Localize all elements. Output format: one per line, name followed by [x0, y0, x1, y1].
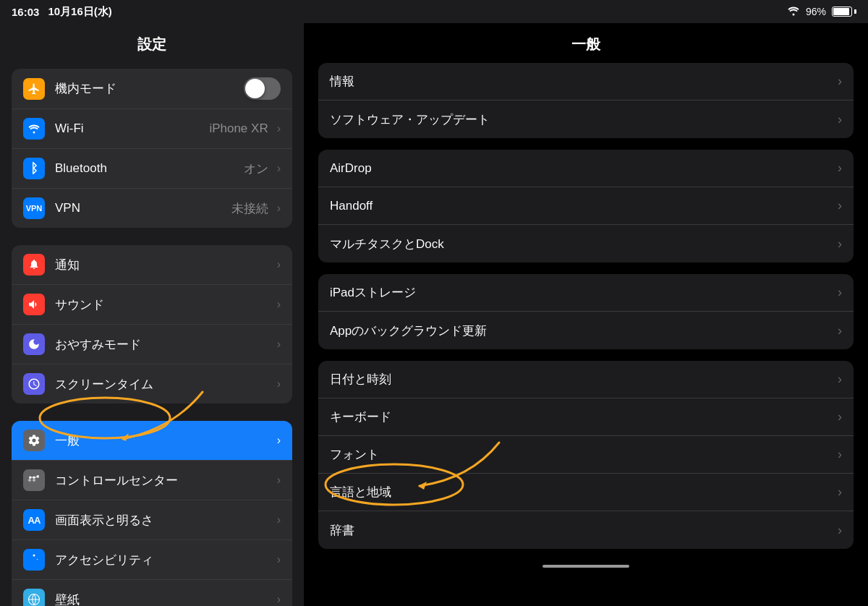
info-chevron: › — [838, 74, 842, 89]
vpn-value: 未接続 — [231, 200, 268, 217]
notification-icon — [23, 254, 45, 276]
sidebar-item-notification[interactable]: 通知 › — [12, 245, 292, 285]
controlcenter-icon — [23, 469, 45, 491]
sidebar-item-general[interactable]: 一般 › — [12, 421, 292, 461]
settings-item-dictionary[interactable]: 辞書 › — [318, 511, 854, 549]
display-label: 画面表示と明るさ — [55, 512, 274, 529]
screentime-label: スクリーンタイム — [55, 376, 274, 393]
settings-item-airdrop[interactable]: AirDrop › — [318, 150, 854, 187]
sidebar-item-sound[interactable]: サウンド › — [12, 285, 292, 325]
sidebar-item-screentime[interactable]: スクリーンタイム › — [12, 364, 292, 404]
sidebar-item-controlcenter[interactable]: コントロールセンター › — [12, 461, 292, 500]
screentime-chevron: › — [277, 377, 281, 391]
svg-rect-2 — [29, 477, 31, 479]
date: 10月16日(水) — [48, 5, 111, 19]
airplane-label: 機内モード — [55, 80, 244, 97]
sidebar-item-donotdisturb[interactable]: おやすみモード › — [12, 325, 292, 364]
sidebar-item-airplane[interactable]: 機内モード — [12, 69, 292, 109]
background-refresh-chevron: › — [838, 323, 842, 338]
settings-group-3: iPadストレージ › Appのバックグラウンド更新 › — [318, 274, 854, 349]
sound-chevron: › — [277, 298, 281, 311]
wifi-icon — [787, 6, 800, 18]
sidebar: 設定 機内モード Wi-Fi — [0, 23, 304, 606]
svg-rect-3 — [33, 477, 35, 479]
settings-group-1: 情報 › ソフトウェア・アップデート › — [318, 63, 854, 138]
wallpaper-label: 壁紙 — [55, 592, 274, 607]
donotdisturb-chevron: › — [277, 338, 281, 351]
settings-item-ipad-storage[interactable]: iPadストレージ › — [318, 274, 854, 312]
bluetooth-label: Bluetooth — [55, 161, 244, 176]
display-chevron: › — [277, 513, 281, 526]
donotdisturb-label: おやすみモード — [55, 336, 274, 353]
home-bar — [542, 565, 629, 568]
settings-item-handoff[interactable]: Handoff › — [318, 187, 854, 225]
general-label: 一般 — [55, 432, 274, 449]
svg-rect-4 — [37, 475, 39, 477]
settings-item-keyboard[interactable]: キーボード › — [318, 398, 854, 436]
fonts-label: フォント — [330, 446, 379, 463]
ipad-storage-chevron: › — [838, 285, 842, 300]
sidebar-item-vpn[interactable]: VPN VPN 未接続 › — [12, 189, 292, 228]
notification-chevron: › — [277, 258, 281, 271]
home-indicator — [318, 560, 854, 572]
screentime-icon — [23, 373, 45, 395]
sidebar-title: 設定 — [0, 23, 304, 63]
bluetooth-chevron: › — [277, 162, 281, 175]
main-layout: 設定 機内モード Wi-Fi — [0, 23, 868, 606]
settings-item-multitasking[interactable]: マルチタスクとDock › — [318, 225, 854, 263]
display-icon: AA — [23, 509, 45, 531]
bluetooth-value: オン — [244, 161, 268, 177]
ipad-storage-label: iPadストレージ — [330, 284, 416, 301]
software-update-label: ソフトウェア・アップデート — [330, 111, 490, 128]
sidebar-item-bluetooth[interactable]: ᛒ Bluetooth オン › — [12, 149, 292, 189]
sidebar-item-wifi[interactable]: Wi-Fi iPhone XR › — [12, 109, 292, 149]
datetime-label: 日付と時刻 — [330, 371, 391, 388]
controlcenter-chevron: › — [277, 474, 281, 487]
vpn-icon: VPN — [23, 197, 45, 219]
settings-group-2: AirDrop › Handoff › マルチタスクとDock › — [318, 150, 854, 263]
donotdisturb-icon — [23, 333, 45, 355]
handoff-label: Handoff — [330, 199, 373, 213]
bluetooth-icon: ᛒ — [23, 158, 45, 179]
settings-item-datetime[interactable]: 日付と時刻 › — [318, 361, 854, 398]
settings-item-software-update[interactable]: ソフトウェア・アップデート › — [318, 101, 854, 138]
sidebar-group-notifications: 通知 › サウンド › おやすみモード › ス — [12, 245, 292, 404]
info-label: 情報 — [330, 73, 354, 90]
notification-label: 通知 — [55, 257, 274, 273]
sidebar-item-accessibility[interactable]: アクセシビリティ › — [12, 540, 292, 580]
dictionary-chevron: › — [838, 523, 842, 538]
settings-item-language-region[interactable]: 言語と地域 › — [318, 474, 854, 511]
multitasking-label: マルチタスクとDock — [330, 236, 444, 252]
software-update-chevron: › — [838, 112, 842, 127]
multitasking-chevron: › — [838, 236, 842, 252]
sidebar-item-wallpaper[interactable]: 壁紙 › — [12, 580, 292, 606]
general-icon — [23, 430, 45, 451]
battery-icon — [832, 7, 856, 17]
settings-item-info[interactable]: 情報 › — [318, 63, 854, 101]
accessibility-icon — [23, 549, 45, 571]
vpn-label: VPN — [55, 201, 231, 215]
wifi-chevron: › — [277, 122, 281, 135]
sound-icon — [23, 294, 45, 315]
handoff-chevron: › — [838, 198, 842, 213]
airdrop-chevron: › — [838, 161, 842, 176]
wifi-value: iPhone XR — [209, 121, 268, 136]
fonts-chevron: › — [838, 447, 842, 462]
settings-item-background-refresh[interactable]: Appのバックグラウンド更新 › — [318, 312, 854, 349]
time: 16:03 — [12, 6, 39, 18]
settings-item-fonts[interactable]: フォント › — [318, 436, 854, 474]
panel-title: 一般 — [318, 23, 854, 63]
airplane-toggle[interactable] — [244, 77, 281, 100]
status-left: 16:03 10月16日(水) — [12, 5, 112, 19]
battery-percent: 96% — [806, 6, 826, 17]
sound-label: サウンド — [55, 296, 274, 313]
sidebar-group-connectivity: 機内モード Wi-Fi iPhone XR › ᛒ — [12, 69, 292, 228]
wifi-item-icon — [23, 118, 45, 140]
vpn-chevron: › — [277, 202, 281, 215]
sidebar-item-display[interactable]: AA 画面表示と明るさ › — [12, 500, 292, 540]
accessibility-chevron: › — [277, 553, 281, 566]
status-right: 96% — [787, 6, 856, 18]
accessibility-label: アクセシビリティ — [55, 552, 274, 568]
controlcenter-label: コントロールセンター — [55, 472, 274, 489]
sidebar-group-bottom: 一般 › コントロールセンター › AA 画面表示と明るさ › アクセシビリティ — [12, 421, 292, 606]
